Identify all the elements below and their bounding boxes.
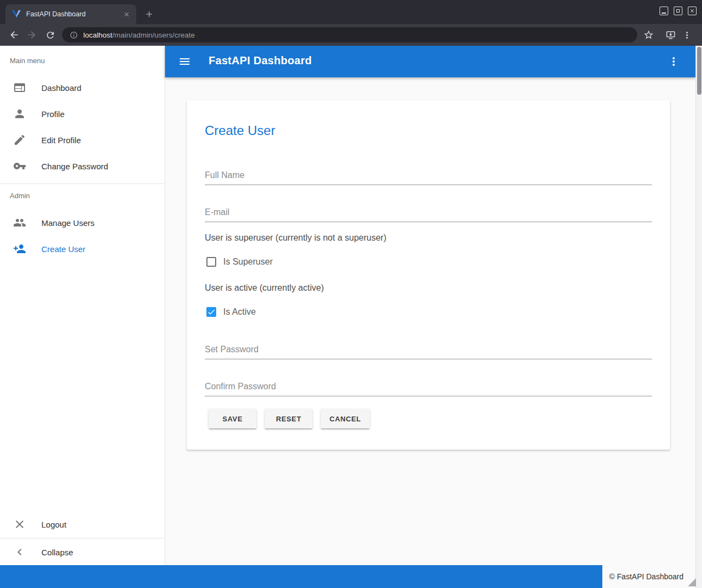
close-icon <box>689 8 695 14</box>
browser-menu-button[interactable] <box>680 28 693 41</box>
is-superuser-label: Is Superuser <box>223 257 273 267</box>
dashboard-icon <box>13 81 26 94</box>
checkmark-icon <box>207 308 216 316</box>
close-button[interactable] <box>688 7 697 15</box>
browser-tab[interactable]: FastAPI Dashboard <box>5 4 136 24</box>
main-content: Create User User is superuser (currently… <box>165 77 695 565</box>
sidebar-item-label: Change Password <box>41 162 108 171</box>
maximize-button[interactable] <box>674 7 682 15</box>
active-checkbox-row: Is Active <box>206 305 256 318</box>
sidebar-item-create-user[interactable]: Create User <box>0 236 164 262</box>
pencil-icon <box>13 133 26 146</box>
back-button[interactable] <box>8 28 21 41</box>
superuser-checkbox-row: Is Superuser <box>206 255 273 268</box>
email-input[interactable] <box>205 203 652 222</box>
is-superuser-checkbox[interactable] <box>206 257 216 267</box>
sidebar-section-admin: Admin <box>10 192 30 200</box>
hamburger-icon <box>178 55 191 68</box>
bookmark-star-button[interactable] <box>642 28 655 41</box>
site-info-icon[interactable] <box>70 31 78 39</box>
set-password-input[interactable] <box>205 340 652 359</box>
address-bar[interactable]: localhost/main/admin/users/create <box>62 27 637 42</box>
confirm-password-input[interactable] <box>205 377 652 396</box>
sidebar-divider <box>0 538 164 538</box>
forward-button[interactable] <box>25 28 38 41</box>
sidebar-item-edit-profile[interactable]: Edit Profile <box>0 127 164 153</box>
create-user-card: Create User User is superuser (currently… <box>187 100 670 450</box>
sidebar-item-dashboard[interactable]: Dashboard <box>0 75 164 101</box>
page-title: Create User <box>205 123 275 138</box>
active-hint-text: User is active (currently active) <box>205 283 324 293</box>
sidebar-item-label: Manage Users <box>41 218 95 228</box>
footer-accent-bar <box>0 565 602 588</box>
sidebar-item-collapse[interactable]: Collapse <box>0 539 164 565</box>
kebab-menu-icon <box>682 30 692 40</box>
forward-icon <box>26 29 37 40</box>
sidebar-item-label: Create User <box>41 244 86 254</box>
save-button[interactable]: SAVE <box>209 409 257 428</box>
vertical-scrollbar[interactable] <box>695 46 702 588</box>
reset-button[interactable]: RESET <box>265 409 313 428</box>
footer-copyright: © FastAPI Dashboard <box>609 565 695 588</box>
new-tab-button[interactable] <box>143 8 156 21</box>
url-host: localhost <box>83 31 112 39</box>
star-icon <box>643 29 654 40</box>
close-x-icon <box>13 518 26 531</box>
is-active-checkbox[interactable] <box>206 307 216 317</box>
tab-title: FastAPI Dashboard <box>26 10 122 18</box>
hamburger-menu-button[interactable] <box>178 55 191 68</box>
app-menu-button[interactable] <box>667 55 680 68</box>
chevron-left-icon <box>13 546 26 559</box>
browser-toolbar: localhost/main/admin/users/create <box>0 24 702 46</box>
reload-icon <box>45 30 56 40</box>
minimize-icon <box>662 13 666 14</box>
person-icon <box>13 107 26 120</box>
plus-icon <box>144 9 154 19</box>
cancel-button[interactable]: CANCEL <box>321 409 370 428</box>
install-app-icon <box>666 30 676 40</box>
full-name-input[interactable] <box>205 166 652 185</box>
sidebar: Main menu Dashboard Profile Edit Profile… <box>0 46 165 565</box>
sidebar-item-manage-users[interactable]: Manage Users <box>0 210 164 236</box>
sidebar-item-label: Collapse <box>41 548 73 557</box>
vuetify-logo-icon <box>12 10 21 19</box>
sidebar-item-profile[interactable]: Profile <box>0 101 164 127</box>
footer: © FastAPI Dashboard <box>0 565 695 588</box>
tab-close-icon[interactable] <box>122 10 131 19</box>
sidebar-item-label: Dashboard <box>41 83 81 93</box>
sidebar-section-main-menu: Main menu <box>10 57 45 65</box>
sidebar-item-label: Edit Profile <box>41 136 81 145</box>
sidebar-item-change-password[interactable]: Change Password <box>0 153 164 179</box>
sidebar-item-logout[interactable]: Logout <box>0 511 164 537</box>
resize-grip[interactable] <box>688 578 696 586</box>
install-app-button[interactable] <box>664 28 677 41</box>
person-add-icon <box>13 242 26 255</box>
app-title: FastAPI Dashboard <box>209 54 312 67</box>
kebab-menu-icon <box>667 55 680 68</box>
reload-button[interactable] <box>44 28 57 41</box>
back-icon <box>9 29 20 40</box>
is-active-label: Is Active <box>223 307 256 317</box>
app-bar: FastAPI Dashboard <box>165 46 695 77</box>
scrollbar-thumb[interactable] <box>697 47 701 95</box>
form-actions: SAVE RESET CANCEL <box>209 409 370 428</box>
people-icon <box>13 216 26 229</box>
key-icon <box>13 160 26 173</box>
sidebar-divider <box>0 183 164 184</box>
minimize-button[interactable] <box>660 7 668 15</box>
superuser-hint-text: User is superuser (currently is not a su… <box>205 233 386 243</box>
browser-titlebar: FastAPI Dashboard <box>0 0 702 24</box>
sidebar-item-label: Profile <box>41 109 65 119</box>
sidebar-item-label: Logout <box>41 520 66 529</box>
browser-window: FastAPI Dashboard localh <box>0 0 702 588</box>
url-path: /main/admin/users/create <box>112 31 195 39</box>
maximize-icon <box>676 9 680 13</box>
